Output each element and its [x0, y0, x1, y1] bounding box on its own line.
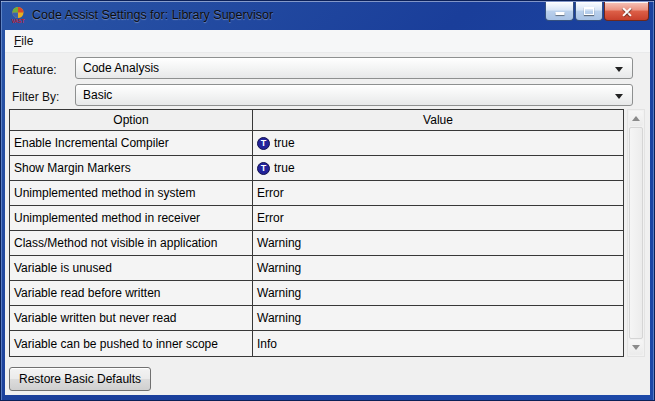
- menu-item-file[interactable]: File: [7, 31, 40, 52]
- chevron-down-icon: [615, 94, 623, 99]
- feature-combobox[interactable]: Code Analysis: [75, 57, 633, 79]
- svg-text:VAST: VAST: [12, 18, 25, 24]
- value-cell[interactable]: Error: [253, 181, 623, 205]
- table-row[interactable]: Show Margin MarkersTtrue: [10, 156, 623, 181]
- table-row[interactable]: Unimplemented method in receiverError: [10, 206, 623, 231]
- value-cell[interactable]: Warning: [253, 306, 623, 330]
- option-cell: Variable is unused: [10, 256, 253, 280]
- value-text: Warning: [257, 281, 301, 305]
- value-text: Error: [257, 181, 284, 205]
- value-text: true: [274, 156, 295, 180]
- settings-window: VAST Code Assist Settings for: Library S…: [0, 0, 655, 401]
- window-title: Code Assist Settings for: Library Superv…: [32, 8, 273, 22]
- value-text: Warning: [257, 256, 301, 280]
- value-cell[interactable]: Error: [253, 206, 623, 230]
- value-text: Error: [257, 206, 284, 230]
- table-row[interactable]: Variable written but never readWarning: [10, 306, 623, 331]
- filter-by-combobox-value: Basic: [83, 88, 112, 102]
- table-row[interactable]: Enable Incremental CompilerTtrue: [10, 131, 623, 156]
- filter-by-combobox[interactable]: Basic: [75, 84, 633, 106]
- scrollbar-thumb[interactable]: [629, 127, 643, 339]
- scroll-up-icon[interactable]: [629, 111, 643, 126]
- value-text: true: [274, 131, 295, 155]
- column-header-value: Value: [253, 110, 623, 130]
- menu-bar: File: [5, 30, 650, 53]
- value-cell[interactable]: Info: [253, 331, 623, 356]
- maximize-icon: [584, 7, 594, 15]
- table-row[interactable]: Unimplemented method in systemError: [10, 181, 623, 206]
- option-cell: Enable Incremental Compiler: [10, 131, 253, 155]
- maximize-button[interactable]: [575, 2, 603, 21]
- filter-by-label: Filter By:: [12, 90, 59, 104]
- option-cell: Variable read before written: [10, 281, 253, 305]
- option-cell: Variable can be pushed to inner scope: [10, 331, 253, 356]
- table-row[interactable]: Variable can be pushed to inner scopeInf…: [10, 331, 623, 356]
- close-icon: [627, 11, 638, 13]
- value-cell[interactable]: Warning: [253, 231, 623, 255]
- value-cell[interactable]: Ttrue: [253, 131, 623, 155]
- option-cell: Class/Method not visible in application: [10, 231, 253, 255]
- value-text: Info: [257, 332, 277, 356]
- table-header-row: Option Value: [10, 110, 623, 131]
- option-cell: Show Margin Markers: [10, 156, 253, 180]
- close-button[interactable]: [604, 2, 649, 21]
- option-cell: Unimplemented method in receiver: [10, 206, 253, 230]
- true-type-icon: T: [257, 137, 270, 150]
- scroll-down-icon[interactable]: [629, 340, 643, 355]
- client-area: Feature: Code Analysis Filter By: Basic …: [5, 53, 650, 395]
- feature-combobox-value: Code Analysis: [83, 61, 159, 75]
- value-cell[interactable]: Warning: [253, 256, 623, 280]
- vast-app-icon: VAST: [10, 7, 26, 23]
- minimize-button[interactable]: [545, 2, 574, 21]
- titlebar[interactable]: VAST Code Assist Settings for: Library S…: [2, 2, 653, 30]
- chevron-down-icon: [615, 67, 623, 72]
- true-type-icon: T: [257, 162, 270, 175]
- table-row[interactable]: Variable is unusedWarning: [10, 256, 623, 281]
- column-header-option: Option: [10, 110, 253, 130]
- option-cell: Unimplemented method in system: [10, 181, 253, 205]
- value-text: Warning: [257, 231, 301, 255]
- minimize-icon: [555, 12, 564, 15]
- value-text: Warning: [257, 306, 301, 330]
- value-cell[interactable]: Ttrue: [253, 156, 623, 180]
- caption-buttons: [545, 2, 649, 21]
- settings-table-body: Enable Incremental CompilerTtrueShow Mar…: [10, 131, 623, 356]
- table-row[interactable]: Class/Method not visible in applicationW…: [10, 231, 623, 256]
- settings-table: Option Value Enable Incremental Compiler…: [9, 109, 624, 357]
- restore-basic-defaults-button[interactable]: Restore Basic Defaults: [9, 367, 151, 391]
- option-cell: Variable written but never read: [10, 306, 253, 330]
- vertical-scrollbar[interactable]: [627, 109, 645, 357]
- feature-label: Feature:: [12, 63, 57, 77]
- value-cell[interactable]: Warning: [253, 281, 623, 305]
- table-row[interactable]: Variable read before writtenWarning: [10, 281, 623, 306]
